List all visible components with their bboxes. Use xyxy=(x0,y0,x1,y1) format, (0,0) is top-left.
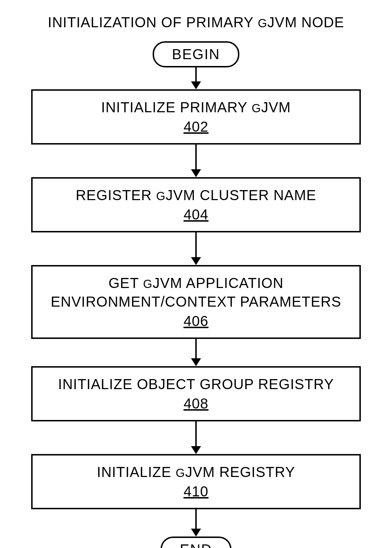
process-step-408: INITIALIZE OBJECT GROUP REGISTRY 408 xyxy=(31,366,361,421)
step-ref: 404 xyxy=(43,205,349,224)
flow-arrow xyxy=(191,509,201,537)
flow-arrow xyxy=(191,145,201,177)
terminator-end: END xyxy=(161,537,231,548)
step-ref: 406 xyxy=(43,312,349,330)
flow-arrow xyxy=(191,67,201,89)
process-step-406: GET GJVM APPLICATION ENVIRONMENT/CONTEXT… xyxy=(31,265,361,339)
process-step-410: INITIALIZE GJVM REGISTRY 410 xyxy=(31,454,361,509)
flow-arrow xyxy=(191,232,201,265)
flow-arrow xyxy=(191,339,201,366)
flow-arrow xyxy=(191,421,201,454)
flowchart: BEGIN INITIALIZE PRIMARY GJVM 402 REGIST… xyxy=(21,41,371,548)
process-step-404: REGISTER GJVM CLUSTER NAME 404 xyxy=(31,177,361,232)
process-step-402: INITIALIZE PRIMARY GJVM 402 xyxy=(31,89,361,145)
diagram-title: INITIALIZATION OF PRIMARY GJVM NODE xyxy=(21,14,371,30)
step-ref: 408 xyxy=(43,394,349,413)
terminator-begin: BEGIN xyxy=(153,41,239,67)
step-ref: 402 xyxy=(43,117,349,136)
step-ref: 410 xyxy=(43,482,349,501)
